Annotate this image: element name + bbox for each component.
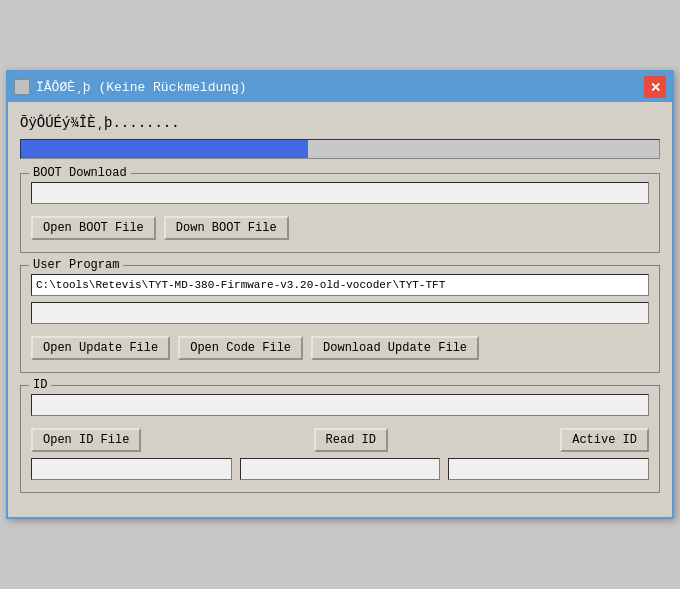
boot-section-label: BOOT Download <box>29 166 131 180</box>
boot-download-section: BOOT Download Open BOOT File Down BOOT F… <box>20 173 660 253</box>
id-file-path-input[interactable] <box>31 394 649 416</box>
boot-btn-row: Open BOOT File Down BOOT File <box>31 216 649 240</box>
update-file-path-input[interactable] <box>31 274 649 296</box>
down-boot-file-button[interactable]: Down BOOT File <box>164 216 289 240</box>
download-update-file-button[interactable]: Download Update File <box>311 336 479 360</box>
close-button[interactable]: ✕ <box>644 76 666 98</box>
id-section: ID Open ID File Read ID Active ID <box>20 385 660 493</box>
title-bar: ÏÂÔØÈ͵þ (Keine Rückmeldung) ✕ <box>8 72 672 102</box>
main-window: ÏÂÔØÈ͵þ (Keine Rückmeldung) ✕ ÕÿÔÚÉý¾ÎÈ͵… <box>6 70 674 519</box>
open-id-file-button[interactable]: Open ID File <box>31 428 141 452</box>
update-second-input[interactable] <box>31 302 649 324</box>
title-bar-left: ÏÂÔØÈ͵þ (Keine Rückmeldung) <box>14 79 247 95</box>
window-content: ÕÿÔÚÉý¾ÎÈ͵þ........ BOOT Download Open B… <box>8 102 672 517</box>
read-id-button[interactable]: Read ID <box>314 428 388 452</box>
window-title: ÏÂÔØÈ͵þ (Keine Rückmeldung) <box>36 79 247 95</box>
id-sub-input-1[interactable] <box>31 458 232 480</box>
active-id-button[interactable]: Active ID <box>560 428 649 452</box>
id-section-label: ID <box>29 378 51 392</box>
user-program-btn-row: Open Update File Open Code File Download… <box>31 336 649 360</box>
open-update-file-button[interactable]: Open Update File <box>31 336 170 360</box>
boot-file-path-input[interactable] <box>31 182 649 204</box>
id-sub-inputs <box>31 458 649 480</box>
id-sub-input-2[interactable] <box>240 458 441 480</box>
status-text: ÕÿÔÚÉý¾ÎÈ͵þ........ <box>20 114 660 131</box>
user-program-label: User Program <box>29 258 123 272</box>
progress-bar-container <box>20 139 660 159</box>
id-btn-row: Open ID File Read ID Active ID <box>31 428 649 452</box>
id-sub-input-3[interactable] <box>448 458 649 480</box>
open-code-file-button[interactable]: Open Code File <box>178 336 303 360</box>
window-icon <box>14 79 30 95</box>
progress-bar-fill <box>21 140 308 158</box>
open-boot-file-button[interactable]: Open BOOT File <box>31 216 156 240</box>
user-program-section: User Program Open Update File Open Code … <box>20 265 660 373</box>
